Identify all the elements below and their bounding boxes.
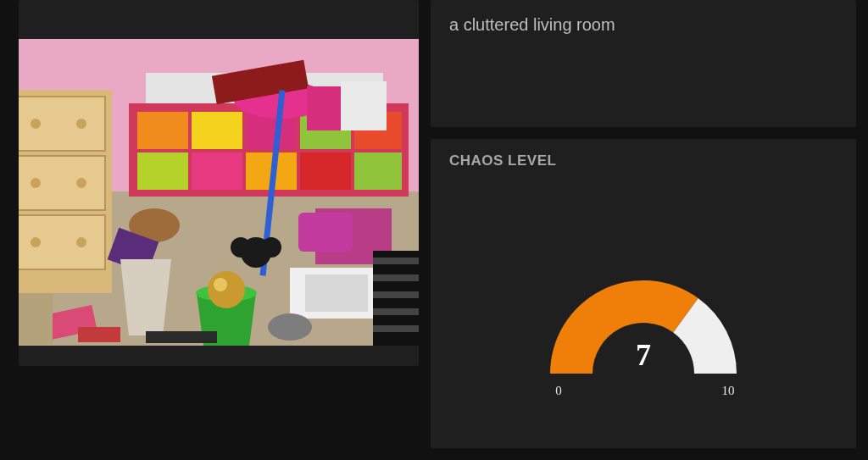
svg-point-47 [268, 313, 312, 341]
svg-rect-19 [137, 152, 188, 190]
svg-point-34 [208, 271, 245, 308]
svg-point-51 [231, 237, 251, 258]
svg-rect-37 [373, 258, 419, 264]
svg-rect-22 [300, 152, 351, 190]
image-card [19, 0, 419, 366]
svg-rect-20 [192, 152, 242, 190]
svg-rect-46 [146, 331, 217, 343]
svg-point-35 [214, 278, 227, 291]
svg-point-7 [76, 119, 86, 129]
gauge-title: CHAOS LEVEL [449, 152, 837, 169]
room-image-svg [19, 39, 419, 346]
svg-point-8 [31, 178, 41, 188]
caption-text: a cluttered living room [449, 15, 837, 35]
svg-rect-23 [354, 152, 402, 190]
svg-rect-48 [19, 293, 53, 344]
svg-rect-15 [192, 112, 242, 149]
svg-rect-26 [307, 86, 344, 130]
left-column [0, 0, 419, 460]
svg-point-50 [261, 237, 281, 258]
svg-rect-38 [373, 274, 419, 281]
room-image [19, 39, 419, 346]
svg-point-11 [76, 237, 86, 247]
chaos-gauge: 7 0 10 [533, 238, 754, 407]
right-column: a cluttered living room CHAOS LEVEL 7 0 … [419, 0, 868, 460]
svg-point-9 [76, 178, 86, 188]
dashboard-layout: a cluttered living room CHAOS LEVEL 7 0 … [0, 0, 868, 460]
svg-rect-40 [373, 308, 419, 315]
svg-point-10 [31, 237, 41, 247]
caption-card: a cluttered living room [431, 0, 856, 127]
svg-rect-39 [373, 291, 419, 298]
svg-rect-32 [305, 274, 368, 312]
svg-point-6 [31, 119, 41, 129]
gauge-max-label: 10 [722, 384, 735, 397]
image-card-header [19, 0, 419, 39]
svg-rect-45 [78, 327, 120, 342]
svg-rect-14 [137, 112, 188, 149]
svg-rect-27 [341, 81, 387, 130]
svg-rect-43 [298, 213, 353, 252]
gauge-card: CHAOS LEVEL 7 0 10 [431, 139, 856, 448]
gauge-wrap: 7 0 10 [449, 169, 837, 433]
svg-rect-41 [373, 325, 419, 332]
gauge-min-label: 0 [555, 384, 562, 397]
gauge-value: 7 [636, 338, 651, 372]
